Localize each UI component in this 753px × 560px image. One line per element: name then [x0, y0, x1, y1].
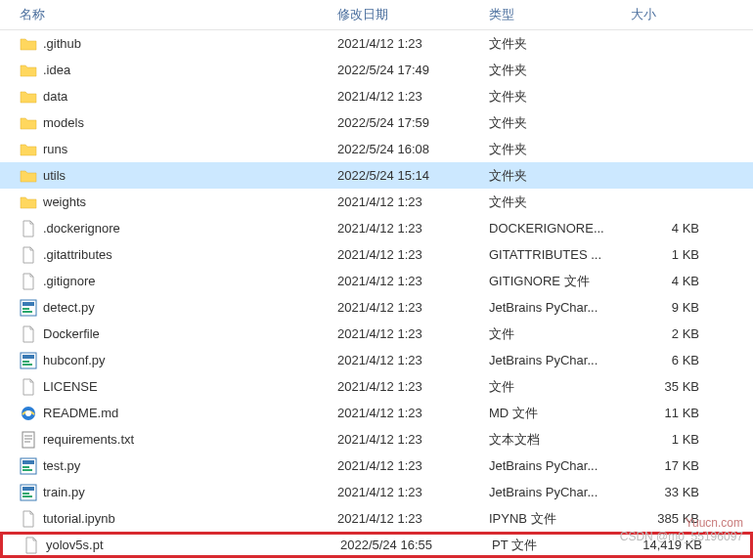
file-name: utils — [43, 168, 66, 183]
file-name: requirements.txt — [43, 432, 134, 447]
file-row[interactable]: README.md2021/4/12 1:23MD 文件11 KB — [0, 400, 753, 426]
file-type: IPYNB 文件 — [479, 510, 621, 528]
file-date: 2021/4/12 1:23 — [328, 326, 479, 341]
file-name: .dockerignore — [43, 221, 120, 236]
file-type: 文件 — [479, 325, 621, 343]
svg-rect-17 — [22, 469, 32, 471]
file-type: DOCKERIGNORE... — [479, 221, 621, 236]
file-name: hubconf.py — [43, 353, 106, 367]
file-row[interactable]: detect.py2021/4/12 1:23JetBrains PyChar.… — [0, 294, 753, 321]
file-row[interactable]: .github2021/4/12 1:23文件夹 — [0, 30, 753, 57]
file-name: test.py — [43, 458, 80, 473]
file-date: 2021/4/12 1:23 — [328, 353, 479, 367]
file-row[interactable]: .dockerignore2021/4/12 1:23DOCKERIGNORE.… — [0, 215, 753, 241]
file-date: 2022/5/24 17:59 — [328, 115, 479, 130]
file-date: 2022/5/24 15:14 — [328, 168, 479, 183]
file-row[interactable]: .gitignore2021/4/12 1:23GITIGNORE 文件4 KB — [0, 268, 753, 294]
folder-icon — [20, 88, 37, 106]
file-date: 2021/4/12 1:23 — [328, 458, 479, 473]
file-date: 2021/4/12 1:23 — [328, 300, 479, 315]
file-icon — [20, 378, 37, 396]
file-name: .idea — [43, 63, 70, 77]
file-date: 2021/4/12 1:23 — [328, 194, 479, 209]
file-row[interactable]: tutorial.ipynb2021/4/12 1:23IPYNB 文件385 … — [0, 505, 753, 532]
pycharm-icon — [20, 484, 37, 501]
file-date: 2022/5/24 17:49 — [328, 63, 479, 77]
file-row[interactable]: LICENSE2021/4/12 1:23文件35 KB — [0, 373, 753, 400]
file-size: 9 KB — [621, 300, 729, 315]
file-row[interactable]: train.py2021/4/12 1:23JetBrains PyChar..… — [0, 479, 753, 505]
file-name: weights — [43, 194, 86, 209]
file-name: tutorial.ipynb — [43, 511, 115, 526]
file-name: data — [43, 89, 67, 104]
ie-icon — [20, 405, 37, 422]
file-row[interactable]: Dockerfile2021/4/12 1:23文件2 KB — [0, 321, 753, 347]
file-size: 1 KB — [621, 432, 729, 447]
folder-icon — [20, 62, 37, 79]
column-header-size[interactable]: 大小 — [621, 6, 729, 23]
file-name: LICENSE — [43, 379, 98, 394]
text-icon — [20, 431, 37, 449]
file-date: 2022/5/24 16:55 — [331, 538, 482, 552]
file-name: train.py — [43, 485, 85, 499]
file-list: .github2021/4/12 1:23文件夹.idea2022/5/24 1… — [0, 30, 753, 558]
file-icon — [20, 220, 37, 237]
file-icon — [22, 537, 40, 554]
file-row[interactable]: .idea2022/5/24 17:49文件夹 — [0, 57, 753, 83]
file-size: 33 KB — [621, 485, 729, 499]
file-size: 2 KB — [621, 326, 729, 341]
svg-rect-20 — [22, 493, 29, 495]
file-row[interactable]: requirements.txt2021/4/12 1:23文本文档1 KB — [0, 426, 753, 452]
column-header-type[interactable]: 类型 — [479, 6, 621, 23]
file-name: models — [43, 115, 84, 130]
file-icon — [20, 273, 37, 290]
file-size: 14,419 KB — [624, 538, 731, 552]
folder-icon — [20, 35, 37, 53]
file-date: 2021/4/12 1:23 — [328, 36, 479, 51]
svg-rect-21 — [22, 495, 32, 497]
file-row[interactable]: test.py2021/4/12 1:23JetBrains PyChar...… — [0, 452, 753, 479]
pycharm-icon — [20, 299, 37, 317]
file-name: Dockerfile — [43, 326, 100, 341]
file-row[interactable]: runs2022/5/24 16:08文件夹 — [0, 136, 753, 162]
file-type: JetBrains PyChar... — [479, 300, 621, 315]
file-type: JetBrains PyChar... — [479, 353, 621, 367]
file-type: 文件夹 — [479, 167, 621, 185]
file-name: detect.py — [43, 300, 95, 315]
file-icon — [20, 246, 37, 264]
svg-rect-6 — [22, 361, 29, 363]
file-date: 2021/4/12 1:23 — [328, 406, 479, 420]
file-size: 4 KB — [621, 274, 729, 288]
svg-rect-19 — [22, 487, 34, 491]
file-row[interactable]: utils2022/5/24 15:14文件夹 — [0, 162, 753, 189]
file-row[interactable]: yolov5s.pt2022/5/24 16:55PT 文件14,419 KB — [0, 532, 753, 558]
pycharm-icon — [20, 352, 37, 369]
column-header-name[interactable]: 名称 — [0, 6, 328, 23]
file-row[interactable]: data2021/4/12 1:23文件夹 — [0, 83, 753, 109]
file-date: 2021/4/12 1:23 — [328, 247, 479, 262]
svg-rect-7 — [22, 364, 32, 366]
file-row[interactable]: models2022/5/24 17:59文件夹 — [0, 109, 753, 136]
file-name: .gitattributes — [43, 247, 112, 262]
file-row[interactable]: weights2021/4/12 1:23文件夹 — [0, 189, 753, 215]
file-size: 17 KB — [621, 458, 729, 473]
file-row[interactable]: hubconf.py2021/4/12 1:23JetBrains PyChar… — [0, 347, 753, 373]
column-header-date[interactable]: 修改日期 — [328, 6, 479, 23]
file-size: 1 KB — [621, 247, 729, 262]
file-type: JetBrains PyChar... — [479, 458, 621, 473]
file-size: 11 KB — [621, 406, 729, 420]
file-date: 2021/4/12 1:23 — [328, 511, 479, 526]
file-size: 4 KB — [621, 221, 729, 236]
svg-point-9 — [25, 410, 31, 416]
file-date: 2021/4/12 1:23 — [328, 485, 479, 499]
file-date: 2021/4/12 1:23 — [328, 432, 479, 447]
file-type: JetBrains PyChar... — [479, 485, 621, 499]
file-icon — [20, 510, 37, 528]
file-type: 文件夹 — [479, 35, 621, 53]
file-icon — [20, 325, 37, 343]
file-row[interactable]: .gitattributes2021/4/12 1:23GITATTRIBUTE… — [0, 241, 753, 268]
svg-rect-5 — [22, 355, 34, 359]
file-size: 385 KB — [621, 511, 729, 526]
file-date: 2021/4/12 1:23 — [328, 89, 479, 104]
file-name: README.md — [43, 406, 118, 420]
